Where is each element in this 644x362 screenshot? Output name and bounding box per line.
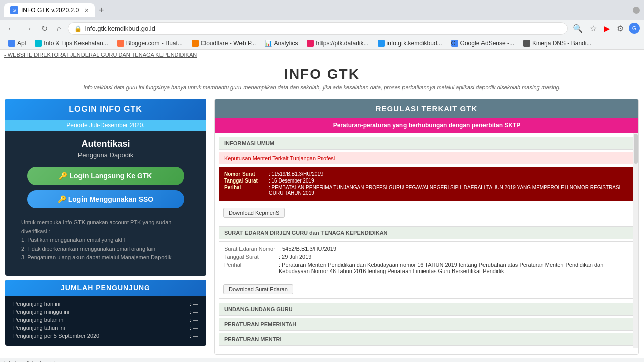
bookmark-cloudflare[interactable]: Cloudflare - Web P... bbox=[188, 39, 260, 48]
bookmark-ptk[interactable]: https://ptk.datadik... bbox=[303, 39, 372, 48]
bookmark-adsense[interactable]: G Google AdSense -... bbox=[447, 39, 518, 48]
section-surat-edaran[interactable]: SURAT EDARAN DIRJEN GURU dan TENAGA KEPE… bbox=[219, 226, 634, 239]
visitor-value-1: : — bbox=[190, 309, 198, 315]
youtube-button[interactable]: ▶ bbox=[602, 23, 612, 34]
address-bar[interactable]: 🔒 info.gtk.kemdikbud.go.id bbox=[68, 22, 568, 35]
undang-undang-label: UNDANG-UNDANG GURU bbox=[224, 306, 293, 312]
perihal-row: Perihal : PEMBATALAN PENERIMA TUNJANGAN … bbox=[224, 185, 629, 196]
edaran-perihal-row: Perihal : Peraturan Menteri Pendidikan d… bbox=[224, 262, 629, 274]
left-panel: LOGIN INFO GTK Periode Juli-Desember 202… bbox=[5, 99, 206, 355]
profile-button[interactable]: G bbox=[629, 23, 640, 34]
section-informasi-umum[interactable]: INFORMASI UMUM bbox=[219, 137, 634, 150]
autentikasi-title: Autentikasi bbox=[13, 139, 198, 149]
bookmark-cloudflare-icon bbox=[192, 40, 199, 47]
bookmark-star-button[interactable]: ☆ bbox=[588, 23, 599, 34]
login-note-1: 1. Pastikan menggunakan email yang aktif bbox=[21, 236, 190, 245]
edaran-tanggal-label: Tanggal Surat bbox=[224, 254, 275, 260]
url-text: info.gtk.kemdikbud.go.id bbox=[85, 25, 155, 32]
bookmarks-bar: Apl Info & Tips Kesehatan... Blogger.com… bbox=[0, 37, 644, 50]
status-bar: info.kemdikbud.go.id bbox=[0, 358, 644, 362]
visitor-label-2: Pengunjung bulan ini bbox=[13, 317, 65, 323]
refresh-button[interactable]: ↻ bbox=[38, 23, 51, 34]
scrollbar[interactable] bbox=[633, 133, 638, 348]
status-text: info.kemdikbud.go.id bbox=[4, 360, 55, 363]
bookmark-infogtk[interactable]: info.gtk.kemdikbud... bbox=[374, 39, 446, 48]
login-note-2: 2. Tidak diperkenankan menggunakan email… bbox=[21, 245, 190, 254]
visitor-value-4: : — bbox=[190, 333, 198, 339]
regulasi-sub-text: Peraturan-peraturan yang berhubungan den… bbox=[219, 122, 634, 129]
login-period-text: Periode Juli-Desember 2020. bbox=[66, 122, 144, 129]
edaran-tanggal-row: Tanggal Surat : 29 Juli 2019 bbox=[224, 254, 629, 260]
edaran-detail: Surat Edaran Nomor : 5452/B.B1.3/HU/2019… bbox=[219, 242, 634, 280]
direktorat-link[interactable]: - WEBSITE DIREKTORAT JENDERAL GURU DAN T… bbox=[4, 52, 197, 58]
perihal-val: : PEMBATALAN PENERIMA TUNJANGAN PROFESI … bbox=[269, 185, 629, 196]
scrollbar-thumb[interactable] bbox=[634, 134, 638, 164]
visitor-row-1: Pengunjung minggu ini : — bbox=[13, 309, 198, 315]
bookmark-apl[interactable]: Apl bbox=[4, 39, 30, 48]
main-layout: LOGIN INFO GTK Periode Juli-Desember 202… bbox=[0, 99, 644, 355]
title-bar: G INFO GTK v.2020.2.0 × + bbox=[0, 0, 644, 20]
visitor-row-3: Pengunjung tahun ini : — bbox=[13, 325, 198, 331]
new-tab-button[interactable]: + bbox=[99, 5, 104, 16]
tab-close-button[interactable]: × bbox=[85, 6, 89, 14]
edaran-nomor-row: Surat Edaran Nomor : 5452/B.B1.3/HU/2019 bbox=[224, 246, 629, 252]
tanggal-val: : 16 Desember 2019 bbox=[269, 178, 314, 184]
download-kepmen-link[interactable]: Download KepmenS bbox=[223, 208, 285, 218]
bookmark-kinerja[interactable]: Kinerja DNS - Bandi... bbox=[519, 39, 595, 48]
page-content: - WEBSITE DIREKTORAT JENDERAL GURU DAN T… bbox=[0, 50, 644, 358]
bookmark-kinerja-label: Kinerja DNS - Bandi... bbox=[532, 40, 591, 47]
perihal-label: Perihal bbox=[224, 185, 265, 196]
login-notes: Untuk membuka Info GTK gunakan account P… bbox=[13, 213, 198, 267]
bookmark-infogtk-icon bbox=[378, 40, 385, 47]
login-gtk-button[interactable]: 🔑 Login Langsung Ke GTK bbox=[27, 167, 185, 185]
browser-tab[interactable]: G INFO GTK v.2020.2.0 × bbox=[4, 3, 95, 17]
bookmark-info-icon bbox=[35, 40, 42, 47]
bookmark-blogger[interactable]: Blogger.com - Buat... bbox=[113, 39, 187, 48]
visitor-row-2: Pengunjung bulan ini : — bbox=[13, 317, 198, 323]
visitor-label-0: Pengunjung hari ini bbox=[13, 301, 60, 307]
informasi-umum-label: INFORMASI UMUM bbox=[224, 140, 274, 146]
minimize-button[interactable] bbox=[633, 7, 640, 14]
bookmark-analytics-icon: 📊 bbox=[265, 40, 272, 47]
back-button[interactable]: ← bbox=[4, 23, 18, 34]
visitor-body: Pengunjung hari ini : — Pengunjung mingg… bbox=[5, 296, 206, 346]
edaran-nomor-val: : 5452/B.B1.3/HU/2019 bbox=[279, 246, 336, 252]
bookmark-analytics-label: Analytics bbox=[274, 40, 298, 47]
section-undang-undang[interactable]: UNDANG-UNDANG GURU bbox=[219, 303, 634, 316]
window-controls bbox=[633, 7, 640, 14]
site-subtitle: Info validasi data guru ini fungsinya ha… bbox=[5, 84, 639, 90]
peraturan-mentri-label: PERATURAN MENTRI bbox=[224, 336, 281, 342]
regulasi-body[interactable]: INFORMASI UMUM Keputusan Menteri Terkait… bbox=[215, 133, 638, 348]
visitor-value-0: : — bbox=[190, 301, 198, 307]
tanggal-row: Tanggal Surat : 16 Desember 2019 bbox=[224, 178, 629, 184]
bookmark-cloudflare-label: Cloudflare - Web P... bbox=[201, 40, 256, 47]
search-button[interactable]: 🔍 bbox=[571, 23, 585, 34]
section-peraturan-mentri[interactable]: PERATURAN MENTRI bbox=[219, 333, 634, 346]
nav-bar: ← → ↻ ⌂ 🔒 info.gtk.kemdikbud.go.id 🔍 ☆ ▶… bbox=[0, 20, 644, 37]
surat-detail-box: Nomor Surat : 11519/B.B1.3/HU/2019 Tangg… bbox=[219, 167, 634, 201]
tanggal-label: Tanggal Surat bbox=[224, 178, 265, 184]
bookmark-info-tips[interactable]: Info & Tips Kesehatan... bbox=[31, 39, 112, 48]
visitor-box: JUMLAH PENGUNJUNG Pengunjung hari ini : … bbox=[5, 280, 206, 346]
bookmark-blogger-label: Blogger.com - Buat... bbox=[126, 40, 183, 47]
visitor-value-2: : — bbox=[190, 317, 198, 323]
login-box: LOGIN INFO GTK Periode Juli-Desember 202… bbox=[5, 99, 206, 276]
login-note-0: Untuk membuka Info GTK gunakan account P… bbox=[21, 218, 190, 236]
bookmark-info-label: Info & Tips Kesehatan... bbox=[44, 40, 108, 47]
peraturan-pemerintah-label: PERATURAN PEMERINTAH bbox=[224, 321, 296, 327]
home-button[interactable]: ⌂ bbox=[54, 23, 65, 34]
forward-button[interactable]: → bbox=[21, 23, 35, 34]
section-peraturan-pemerintah[interactable]: PERATURAN PEMERINTAH bbox=[219, 318, 634, 331]
login-sso-button[interactable]: 🔑 Login Menggunakan SSO bbox=[27, 190, 185, 208]
bookmark-analytics[interactable]: 📊 Analytics bbox=[261, 39, 302, 48]
regulasi-box: REGULASI TERKAIT GTK Peraturan-peraturan… bbox=[214, 99, 639, 355]
bookmark-ptk-icon bbox=[307, 40, 314, 47]
extensions-button[interactable]: ⚙ bbox=[615, 23, 626, 34]
surat-nomor-val: : 11519/B.B1.3/HU/2019 bbox=[269, 171, 323, 177]
edaran-tanggal-val: : 29 Juli 2019 bbox=[279, 254, 311, 260]
right-panel: REGULASI TERKAIT GTK Peraturan-peraturan… bbox=[214, 99, 639, 355]
surat-edaran-label: SURAT EDARAN DIRJEN GURU dan TENAGA KEPE… bbox=[224, 230, 388, 236]
site-nav-link: - WEBSITE DIREKTORAT JENDERAL GURU DAN T… bbox=[0, 50, 644, 59]
download-edaran-link[interactable]: Download Surat Edaran bbox=[223, 284, 293, 294]
site-header: INFO GTK Info validasi data guru ini fun… bbox=[0, 59, 644, 95]
